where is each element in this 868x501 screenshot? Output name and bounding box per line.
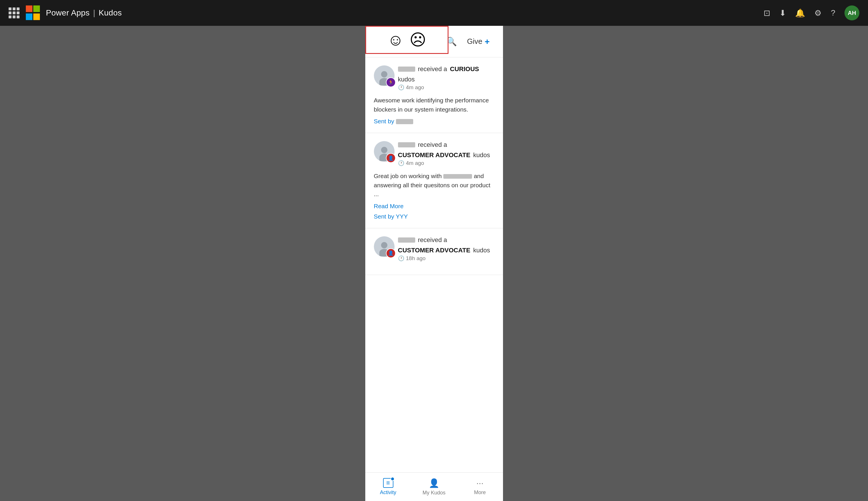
kudos-type: CURIOUS xyxy=(450,65,479,73)
sent-by[interactable]: Sent by xyxy=(374,118,494,125)
tab-more-label: More xyxy=(474,490,486,495)
feed-item-header: 🏃 received a CURIOUS kudos 🕐 4m ago xyxy=(374,65,494,90)
kudos-badge-red: 👤 xyxy=(386,248,396,258)
tab-my-kudos-label: My Kudos xyxy=(422,490,445,496)
clock-icon: 🕐 xyxy=(398,84,404,90)
activity-tab-icon xyxy=(383,478,394,488)
avatar-stack: 👤 xyxy=(374,141,395,162)
my-kudos-icon: 👤 xyxy=(429,478,439,488)
recipient-name-blur xyxy=(398,237,415,243)
grid-menu-icon[interactable] xyxy=(9,8,20,18)
time-label: 4m ago xyxy=(406,160,424,166)
name-row: received a CUSTOMER ADVOCATE kudos xyxy=(398,141,494,159)
sender-name-blur xyxy=(396,119,413,124)
avatar-stack: 👤 xyxy=(374,236,395,257)
feedback-icon[interactable]: ⊡ xyxy=(764,8,770,18)
sad-emoji[interactable]: ☹ xyxy=(409,32,426,48)
feed-item: 👤 received a CUSTOMER ADVOCATE kudos 🕐 xyxy=(365,133,503,228)
tab-activity[interactable]: Activity xyxy=(365,472,411,501)
user-avatar[interactable]: AH xyxy=(845,6,859,20)
feed-item-text: received a CUSTOMER ADVOCATE kudos 🕐 4m … xyxy=(398,141,494,166)
nav-right-actions: ⊡ ⬇ 🔔 ⚙ ? AH xyxy=(764,6,859,20)
name-row: received a CUSTOMER ADVOCATE kudos xyxy=(398,236,494,254)
microsoft-logo xyxy=(26,6,41,20)
received-text: received a xyxy=(418,236,447,244)
feed-item-text: received a CURIOUS kudos 🕐 4m ago xyxy=(398,65,494,90)
feed-item-text: received a CUSTOMER ADVOCATE kudos 🕐 18h… xyxy=(398,236,494,262)
time-row: 🕐 18h ago xyxy=(398,255,494,262)
tab-activity-label: Activity xyxy=(380,490,396,495)
tab-my-kudos[interactable]: 👤 My Kudos xyxy=(411,472,457,501)
kudos-badge-purple: 🏃 xyxy=(386,77,396,87)
received-text: received a xyxy=(418,65,447,73)
kudos-suffix: kudos xyxy=(473,247,490,254)
time-label: 18h ago xyxy=(406,255,426,262)
feed-item-header: 👤 received a CUSTOMER ADVOCATE kudos 🕐 xyxy=(374,236,494,262)
name-row: received a CURIOUS kudos xyxy=(398,65,494,83)
kudos-feed: 🏃 received a CURIOUS kudos 🕐 4m ago xyxy=(365,57,503,472)
recipient-name-blur xyxy=(398,66,415,72)
tab-bar: Activity 👤 My Kudos ··· More xyxy=(365,472,503,501)
recipient-name-blur xyxy=(398,142,415,147)
activity-badge-dot xyxy=(390,477,395,481)
app-sub-name: Kudos xyxy=(99,8,122,18)
app-name: Power Apps xyxy=(46,8,90,18)
app-panel: Kudos 🔍 Give + ☺ ☹ xyxy=(365,26,503,501)
app-area: Kudos 🔍 Give + ☺ ☹ xyxy=(0,26,868,501)
received-text: received a xyxy=(418,141,447,149)
clock-icon: 🕐 xyxy=(398,160,404,166)
give-plus-icon: + xyxy=(485,37,490,46)
help-icon[interactable]: ? xyxy=(831,8,835,18)
download-icon[interactable]: ⬇ xyxy=(779,8,786,18)
time-label: 4m ago xyxy=(406,84,424,90)
kudos-badge-red: 👤 xyxy=(386,153,396,163)
feed-message: Great job on working with and answering … xyxy=(374,171,494,199)
top-navigation: Power Apps | Kudos ⊡ ⬇ 🔔 ⚙ ? AH xyxy=(0,0,868,26)
nav-separator: | xyxy=(93,8,95,18)
avatar-stack: 🏃 xyxy=(374,65,395,86)
clock-icon: 🕐 xyxy=(398,255,404,262)
read-more-link[interactable]: Read More xyxy=(374,203,494,210)
time-row: 🕐 4m ago xyxy=(398,160,494,166)
happy-emoji[interactable]: ☺ xyxy=(387,32,404,48)
feed-item: 🏃 received a CURIOUS kudos 🕐 4m ago xyxy=(365,57,503,133)
feed-item-header: 👤 received a CUSTOMER ADVOCATE kudos 🕐 xyxy=(374,141,494,166)
kudos-suffix: kudos xyxy=(473,151,490,159)
give-button[interactable]: Give + xyxy=(462,34,494,49)
settings-icon[interactable]: ⚙ xyxy=(814,8,822,18)
more-icon: ··· xyxy=(476,478,483,488)
tab-more[interactable]: ··· More xyxy=(457,472,503,501)
sent-by[interactable]: Sent by YYY xyxy=(374,213,494,220)
time-row: 🕐 4m ago xyxy=(398,84,494,90)
bell-icon[interactable]: 🔔 xyxy=(795,8,805,18)
name-blur-inline xyxy=(443,174,472,179)
emoji-selection-box[interactable]: ☺ ☹ xyxy=(365,26,449,54)
feed-message: Awesome work identifying the performance… xyxy=(374,96,494,114)
give-label: Give xyxy=(467,37,482,46)
kudos-suffix: kudos xyxy=(398,76,415,83)
feed-item: 👤 received a CUSTOMER ADVOCATE kudos 🕐 xyxy=(365,228,503,275)
kudos-type: CUSTOMER ADVOCATE xyxy=(398,247,471,254)
kudos-type: CUSTOMER ADVOCATE xyxy=(398,151,471,159)
